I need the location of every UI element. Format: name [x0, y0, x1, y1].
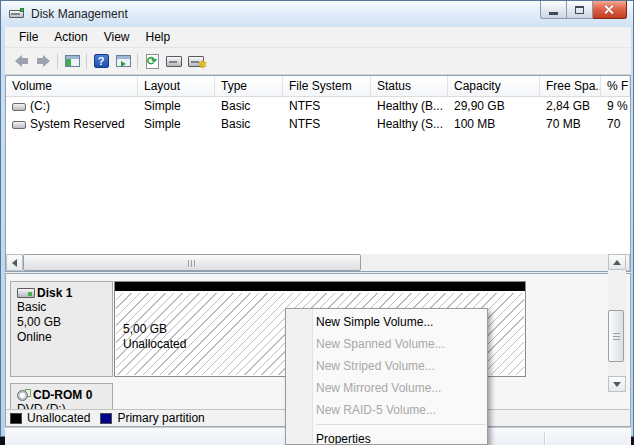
toolbar-separator: [57, 53, 58, 69]
volume-icon: [12, 103, 26, 111]
type-cell: Basic: [215, 115, 283, 133]
unallocated-swatch: [10, 413, 22, 424]
rescan-disks-icon: ✱: [188, 56, 204, 67]
scroll-down-icon: [613, 382, 621, 387]
window-controls: [540, 1, 627, 19]
percent-free-cell: 70: [601, 115, 630, 133]
refresh-icon: ⟳: [146, 54, 159, 69]
column-header-layout[interactable]: Layout: [138, 76, 215, 96]
cdrom-subtitle: DVD (D:): [17, 402, 109, 409]
toolbar: ? ⟳ ✱: [5, 48, 631, 75]
back-icon: [15, 55, 28, 67]
volume-table-header: Volume Layout Type File System Status Ca…: [6, 76, 630, 97]
maximize-icon: [575, 6, 584, 14]
horizontal-scroll-track[interactable]: [23, 254, 613, 271]
close-button[interactable]: [593, 1, 627, 19]
cdrom-label-panel[interactable]: CD-ROM 0 DVD (D:): [10, 383, 113, 409]
status-bar-divider: [544, 432, 545, 445]
menu-view[interactable]: View: [96, 28, 138, 46]
legend-label-unallocated: Unallocated: [27, 411, 90, 425]
console-tree-icon: [65, 55, 80, 67]
help-icon: ?: [94, 54, 109, 68]
horizontal-scrollbar[interactable]: [6, 254, 630, 271]
toolbar-separator: [86, 53, 87, 69]
region-size: 5,00 GB: [123, 322, 167, 337]
layout-cell: Simple: [138, 115, 215, 133]
menu-separator: [316, 424, 485, 425]
disk-1-label-panel[interactable]: Disk 1 Basic 5,00 GB Online: [10, 281, 113, 377]
menu-bar: File Action View Help: [5, 27, 631, 48]
show-action-pane-button[interactable]: [112, 50, 134, 72]
file-system-cell: NTFS: [283, 97, 371, 115]
cdrom-name: CD-ROM 0: [33, 388, 92, 402]
close-icon: [604, 4, 615, 15]
capacity-cell: 100 MB: [448, 115, 540, 133]
toolbar-separator: [137, 53, 138, 69]
minimize-icon: [549, 12, 558, 15]
disk-name: Disk 1: [37, 286, 72, 300]
window-title: Disk Management: [31, 7, 128, 21]
scroll-up-button[interactable]: [608, 254, 626, 270]
volume-name: System Reserved: [30, 117, 125, 131]
vertical-scroll-track[interactable]: [608, 270, 626, 376]
refresh-button[interactable]: ⟳: [141, 50, 163, 72]
disk-management-app-icon: [9, 8, 25, 21]
scroll-down-button[interactable]: [608, 376, 626, 392]
back-button[interactable]: [10, 50, 32, 72]
menu-item-new-simple-volume[interactable]: New Simple Volume...: [286, 311, 487, 333]
menu-help[interactable]: Help: [138, 28, 179, 46]
capacity-cell: 29,90 GB: [448, 97, 540, 115]
table-row-c-drive[interactable]: (C:) Simple Basic NTFS Healthy (B... 29,…: [6, 97, 630, 115]
layout-cell: Simple: [138, 97, 215, 115]
scroll-left-button[interactable]: [6, 254, 23, 271]
column-header-capacity[interactable]: Capacity: [448, 76, 540, 96]
primary-partition-swatch: [100, 413, 112, 424]
column-header-status[interactable]: Status: [371, 76, 448, 96]
menu-action[interactable]: Action: [46, 28, 95, 46]
cd-rom-icon: [17, 389, 31, 402]
disk-drive-icon: [166, 56, 182, 67]
title-bar[interactable]: Disk Management: [1, 1, 633, 27]
vertical-scroll-thumb[interactable]: [608, 310, 624, 362]
action-pane-icon: [116, 55, 131, 67]
rescan-disks-button[interactable]: ✱: [185, 50, 207, 72]
free-space-cell: 2,84 GB: [540, 97, 601, 115]
volume-list-pane: Volume Layout Type File System Status Ca…: [5, 75, 631, 272]
menu-file[interactable]: File: [11, 28, 46, 46]
minimize-button[interactable]: [540, 1, 567, 19]
column-header-type[interactable]: Type: [215, 76, 283, 96]
legend-label-primary-partition: Primary partition: [117, 411, 204, 425]
help-button[interactable]: ?: [90, 50, 112, 72]
volume-name-cell: System Reserved: [6, 115, 138, 133]
volume-name: (C:): [30, 99, 50, 113]
scroll-up-icon: [613, 260, 621, 265]
menu-item-new-raid5-volume: New RAID-5 Volume...: [286, 399, 487, 421]
column-header-file-system[interactable]: File System: [283, 76, 371, 96]
disk-properties-button[interactable]: [163, 50, 185, 72]
column-header-volume[interactable]: Volume: [6, 76, 138, 96]
vertical-scrollbar[interactable]: [608, 254, 626, 392]
forward-icon: [37, 55, 50, 67]
file-system-cell: NTFS: [283, 115, 371, 133]
unallocated-color-band: [115, 282, 525, 291]
context-menu: New Simple Volume... New Spanned Volume.…: [285, 308, 488, 445]
disk-status: Online: [17, 330, 109, 345]
maximize-button[interactable]: [567, 1, 593, 19]
menu-item-new-striped-volume: New Striped Volume...: [286, 355, 487, 377]
disk-type: Basic: [17, 300, 109, 315]
percent-free-cell: 9 %: [601, 97, 630, 115]
status-cell: Healthy (S...: [371, 115, 448, 133]
forward-button[interactable]: [32, 50, 54, 72]
column-header-free-space[interactable]: Free Spa...: [540, 76, 601, 96]
disk-icon: [17, 288, 35, 298]
menu-item-new-mirrored-volume: New Mirrored Volume...: [286, 377, 487, 399]
column-header-percent-free[interactable]: % F: [601, 76, 630, 96]
menu-item-properties[interactable]: Properties: [286, 428, 487, 445]
horizontal-scroll-thumb[interactable]: [23, 254, 361, 271]
volume-icon: [12, 121, 26, 129]
free-space-cell: 70 MB: [540, 115, 601, 133]
region-label: Unallocated: [123, 337, 186, 352]
volume-name-cell: (C:): [6, 97, 138, 115]
show-console-tree-button[interactable]: [61, 50, 83, 72]
table-row-system-reserved[interactable]: System Reserved Simple Basic NTFS Health…: [6, 115, 630, 133]
